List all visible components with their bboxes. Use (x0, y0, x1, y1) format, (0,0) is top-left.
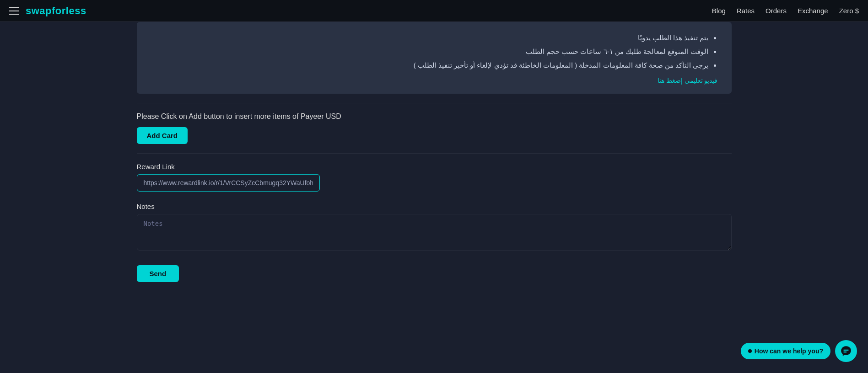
add-card-prompt: Please Click on Add button to insert mor… (137, 112, 732, 121)
nav-zero[interactable]: Zero $ (839, 7, 859, 15)
divider-2 (137, 153, 732, 154)
chat-status-dot (748, 349, 752, 353)
info-bullet-1: يتم تنفيذ هذا الطلب يدويًا (151, 31, 709, 45)
chat-bubble[interactable]: How can we help you? (741, 343, 830, 359)
hamburger-menu[interactable] (9, 7, 19, 15)
nav-blog[interactable]: Blog (712, 7, 726, 15)
reward-link-section: Reward Link (137, 163, 732, 192)
divider-1 (137, 103, 732, 103)
nav-orders[interactable]: Orders (766, 7, 787, 15)
brand-logo: swapforless (26, 5, 86, 17)
notes-section: Notes (137, 202, 732, 252)
nav-exchange[interactable]: Exchange (798, 7, 828, 15)
add-card-section: Please Click on Add button to insert mor… (137, 112, 732, 144)
chat-widget: How can we help you? (741, 340, 857, 362)
chat-icon (840, 345, 852, 357)
info-bullet-2: الوقت المتوقع لمعالجة طلبك من ١-٦ ساعات … (151, 45, 709, 59)
reward-link-input[interactable] (137, 174, 320, 192)
chat-icon-button[interactable] (835, 340, 857, 362)
notes-label: Notes (137, 202, 732, 210)
main-nav: Blog Rates Orders Exchange Zero $ (712, 7, 859, 15)
reward-link-label: Reward Link (137, 163, 732, 171)
tutorial-link[interactable]: فيديو تعليمي إضغط هنا (658, 77, 718, 84)
info-box: يتم تنفيذ هذا الطلب يدويًا الوقت المتوقع… (137, 22, 732, 94)
send-button[interactable]: Send (137, 265, 179, 282)
notes-textarea[interactable] (137, 214, 732, 250)
nav-rates[interactable]: Rates (737, 7, 755, 15)
info-bullet-3: يرجى التأكد من صحة كافة المعلومات المدخل… (151, 59, 709, 72)
app-header: swapforless Blog Rates Orders Exchange Z… (0, 0, 868, 22)
chat-bubble-text: How can we help you? (755, 347, 823, 355)
add-card-button[interactable]: Add Card (137, 127, 188, 144)
